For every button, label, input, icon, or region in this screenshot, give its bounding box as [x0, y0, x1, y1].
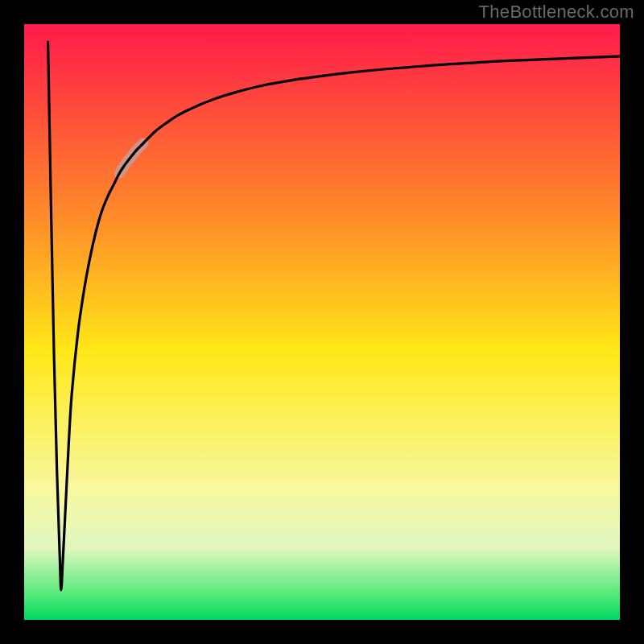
watermark-label: TheBottleneck.com — [479, 2, 634, 23]
bottleneck-chart: TheBottleneck.com — [0, 0, 644, 644]
plot-border-bottom — [0, 620, 644, 644]
chart-svg — [0, 0, 644, 644]
plot-background — [24, 24, 620, 620]
plot-border-right — [620, 0, 644, 644]
plot-border-left — [0, 0, 24, 644]
